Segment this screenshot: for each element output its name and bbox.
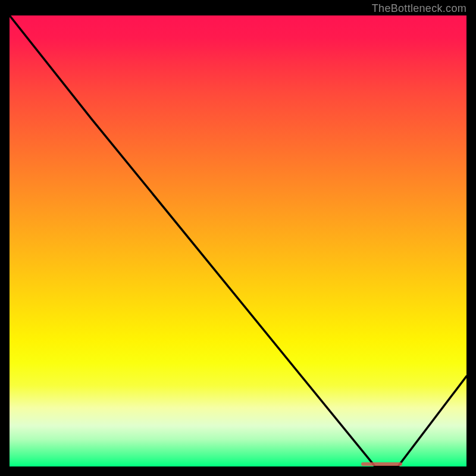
watermark-text: TheBottleneck.com [372, 2, 466, 15]
curve-line [10, 15, 466, 466]
minimum-indicator [361, 462, 402, 466]
chart-area [10, 15, 466, 466]
